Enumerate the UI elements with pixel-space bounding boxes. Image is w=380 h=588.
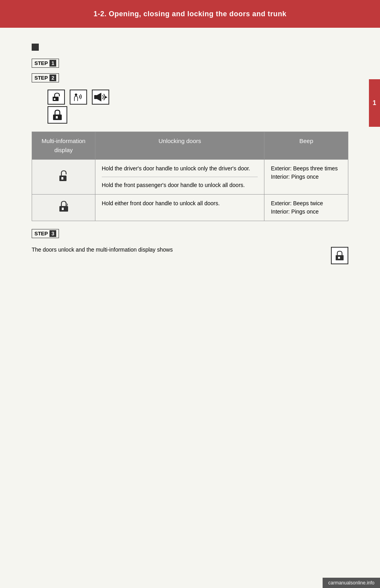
header-bar: 1-2. Opening, closing and locking the do…	[0, 0, 380, 28]
step-3-label: STEP	[34, 231, 48, 237]
footer-url: carmanualsonline.info	[328, 580, 374, 586]
step-3-text: The doors unlock and the multi-informati…	[32, 245, 323, 254]
info-table: Multi-informationdisplay Unlocking doors…	[32, 132, 348, 221]
table-cell-icon-2	[32, 195, 95, 221]
icons-row-2	[48, 106, 348, 124]
header-title: 1-2. Opening, closing and locking the do…	[93, 10, 287, 18]
closed-lock-icon	[51, 109, 64, 121]
step-2-badge: STEP 2	[32, 73, 59, 82]
step-3-area: The doors unlock and the multi-informati…	[32, 245, 348, 264]
step-3-badge: STEP 3	[32, 229, 59, 238]
table-row-2: Hold either front door handle to unlock …	[32, 195, 348, 221]
footer-bar: carmanualsonline.info	[323, 578, 380, 588]
table-cell-beep-1: Exterior: Beeps three timesInterior: Pin…	[264, 160, 348, 195]
closed-lock-icon-box	[48, 106, 67, 124]
signal-icon-box	[70, 90, 87, 105]
partial-unlock-icon-box	[48, 90, 65, 105]
unlocking-1-top: Hold the driver's door handle to unlock …	[102, 164, 258, 177]
step-2-label: STEP	[34, 75, 48, 81]
table-header: Multi-informationdisplay Unlocking doors…	[32, 132, 348, 160]
table-cell-unlocking-1: Hold the driver's door handle to unlock …	[95, 160, 264, 195]
col-header-beep: Beep	[264, 132, 348, 160]
icons-row: ▶	[48, 90, 348, 105]
col-header-display: Multi-informationdisplay	[32, 132, 95, 160]
svg-rect-3	[94, 95, 97, 99]
svg-rect-8	[61, 177, 63, 179]
steps-area: STEP 1 STEP 2	[32, 59, 348, 124]
table-partial-lock-icon	[57, 169, 71, 183]
step3-lock-icon	[334, 250, 346, 262]
step-1-num: 1	[49, 60, 56, 67]
table-full-lock-icon	[57, 199, 71, 214]
table-cell-unlocking-2: Hold either front door handle to unlock …	[95, 195, 264, 221]
speaker-icon: ▶	[93, 91, 108, 103]
section-header	[32, 44, 348, 51]
svg-rect-10	[62, 208, 64, 210]
step-1-label: STEP	[34, 60, 48, 66]
step-1-row: STEP 1	[32, 59, 348, 71]
svg-rect-1	[54, 98, 55, 100]
table-cell-beep-2: Exterior: Beeps twiceInterior: Pings onc…	[264, 195, 348, 221]
speaker-icon-box: ▶	[92, 90, 109, 105]
svg-rect-0	[53, 97, 59, 101]
step-3-num: 3	[49, 230, 56, 237]
svg-rect-12	[338, 257, 340, 259]
step-1-badge: STEP 1	[32, 59, 59, 68]
table-body: Hold the driver's door handle to unlock …	[32, 160, 348, 221]
svg-point-2	[75, 94, 77, 96]
table-row-1: Hold the driver's door handle to unlock …	[32, 160, 348, 195]
section-square-icon	[32, 44, 39, 51]
step-2-num: 2	[49, 74, 56, 81]
signal-icon	[72, 92, 85, 103]
step-3-description: The doors unlock and the multi-informati…	[32, 246, 173, 253]
svg-rect-6	[56, 116, 58, 118]
step-3-row: STEP 3	[32, 229, 348, 241]
step-3-icon-box	[331, 247, 348, 264]
col-header-unlocking: Unlocking doors	[95, 132, 264, 160]
main-content: STEP 1 STEP 2	[0, 28, 380, 280]
partial-unlock-icon	[51, 92, 62, 103]
svg-text:▶: ▶	[104, 95, 108, 99]
step-2-row: STEP 2	[32, 73, 348, 86]
unlocking-1-bottom: Hold the front passenger's door handle t…	[102, 181, 258, 189]
table-cell-icon-1	[32, 160, 95, 195]
